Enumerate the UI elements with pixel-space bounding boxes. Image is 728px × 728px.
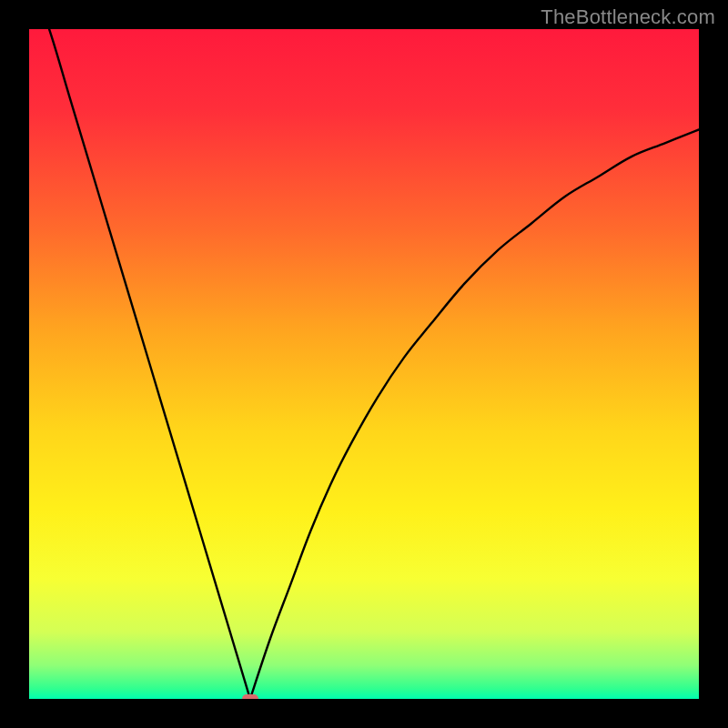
plot-area (29, 29, 699, 699)
chart-frame: TheBottleneck.com (0, 0, 728, 728)
watermark-text: TheBottleneck.com (541, 5, 715, 29)
bottleneck-curve (29, 29, 699, 699)
optimum-marker (242, 694, 258, 699)
